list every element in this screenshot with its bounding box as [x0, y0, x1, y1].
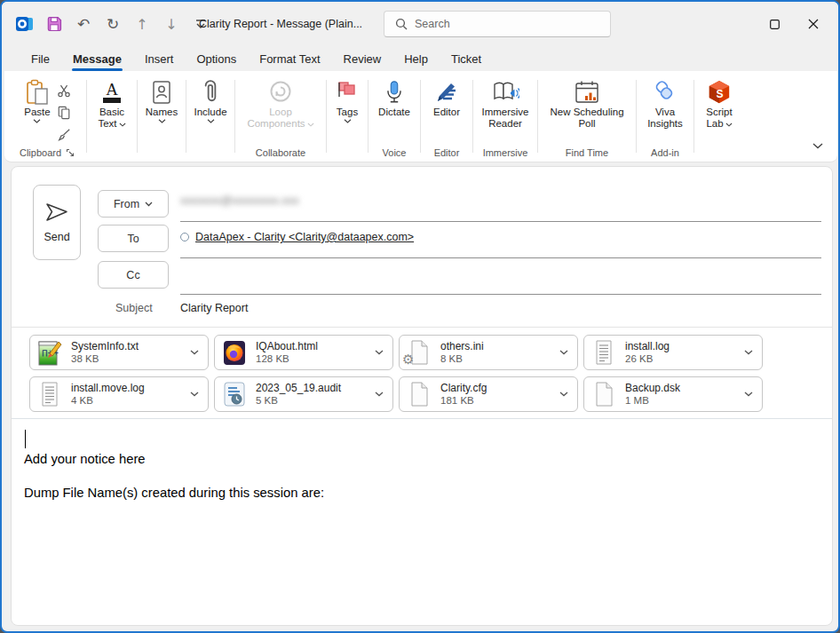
ribbon-group-collaborate: Loop Components Collaborate [235, 73, 326, 162]
ribbon-group-include: Include [186, 73, 234, 162]
chevron-down-icon[interactable] [559, 392, 568, 397]
subject-value[interactable]: Clarity Report [180, 302, 248, 314]
tab-ticket[interactable]: Ticket [440, 46, 493, 71]
tab-options[interactable]: Options [185, 46, 248, 71]
include-button[interactable]: Include [191, 76, 229, 125]
tab-insert[interactable]: Insert [133, 46, 186, 71]
close-button[interactable] [794, 6, 833, 42]
attachment-size: 5 KB [256, 394, 341, 407]
tab-review[interactable]: Review [332, 46, 393, 71]
settings-file-icon: ⚙ [406, 338, 432, 367]
ribbon-group-find-time: New Scheduling Poll Find Time [538, 73, 636, 162]
copy-icon[interactable] [55, 104, 73, 121]
collapse-ribbon-icon[interactable] [812, 137, 823, 153]
attachment-card[interactable]: Clarity.cfg 181 KB [399, 376, 578, 412]
attachment-name: install.log [625, 340, 670, 352]
names-button[interactable]: Names [143, 76, 180, 125]
redo-icon[interactable]: ↻ [102, 12, 123, 36]
ribbon-group-basic-text: A Basic Text [87, 73, 137, 162]
send-icon [45, 202, 68, 222]
collaborate-group-label: Collaborate [256, 147, 305, 158]
attachment-size: 1 MB [625, 394, 680, 407]
body-text[interactable]: Dump File Name(s) created during this se… [24, 486, 324, 500]
to-recipient[interactable]: DataApex - Clarity <Clarity@dataapex.com… [180, 231, 414, 243]
move-down-icon[interactable]: ↓ [161, 12, 182, 36]
attachment-name: Clarity.cfg [440, 382, 487, 394]
from-button[interactable]: From [98, 190, 169, 218]
attachment-card[interactable]: IQAbout.html 128 KB [214, 335, 393, 370]
cc-button[interactable]: Cc [98, 261, 169, 289]
paste-icon [25, 78, 50, 107]
compose-pane: Send From To Cc xxxxxxx@xxxxxxxx.xxx Dat… [11, 166, 833, 626]
attachment-card[interactable]: install.move.log 4 KB [29, 376, 209, 412]
basic-text-icon: A [99, 78, 124, 107]
save-icon[interactable] [44, 12, 65, 36]
attachment-card[interactable]: 2023_05_19.audit 5 KB [214, 376, 393, 412]
format-painter-icon[interactable] [55, 126, 73, 143]
from-value-redacted: xxxxxxx@xxxxxxxx.xxx [180, 194, 299, 207]
basic-text-button[interactable]: A Basic Text [90, 76, 134, 131]
to-button[interactable]: To [98, 225, 169, 252]
titlebar: ↶ ↻ ↑ ↓ Clarity Report - Message (Plain.… [2, 2, 838, 46]
to-field-line[interactable] [180, 257, 821, 258]
tab-format-text[interactable]: Format Text [248, 46, 331, 71]
tab-message[interactable]: Message [61, 46, 133, 71]
new-scheduling-poll-button[interactable]: New Scheduling Poll [538, 76, 636, 131]
chevron-down-icon[interactable] [190, 392, 199, 397]
immersive-reader-button[interactable]: Immersive Reader [474, 76, 536, 131]
ribbon-tabs: File Message Insert Options Format Text … [2, 46, 838, 71]
undo-icon[interactable]: ↶ [73, 12, 94, 36]
attachment-size: 38 KB [71, 352, 139, 365]
viva-insights-button[interactable]: Viva Insights [639, 76, 691, 131]
editor-button[interactable]: Editor [431, 76, 463, 120]
immersive-reader-icon [491, 78, 519, 107]
attachment-size: 26 KB [625, 352, 670, 365]
notepadpp-file-icon: ∏++ [36, 338, 63, 367]
body-text[interactable]: Add your notice here [24, 452, 146, 466]
tab-file[interactable]: File [20, 46, 61, 71]
maximize-button[interactable] [755, 6, 794, 42]
tags-button[interactable]: Tags [333, 76, 361, 125]
chevron-down-icon[interactable] [190, 350, 199, 355]
address-book-icon [150, 78, 173, 107]
dictate-button[interactable]: Dictate [376, 76, 413, 120]
chevron-down-icon[interactable] [744, 350, 753, 355]
move-up-icon[interactable]: ↑ [131, 12, 153, 36]
send-button[interactable]: Send [33, 185, 81, 260]
ribbon-group-clipboard: Paste [8, 73, 86, 162]
cc-field-line[interactable] [180, 294, 821, 295]
outlook-app-icon [14, 12, 36, 36]
tab-help[interactable]: Help [392, 46, 440, 71]
chevron-down-icon[interactable] [744, 392, 753, 397]
script-lab-button[interactable]: S Script Lab [697, 76, 741, 131]
attachment-card[interactable]: install.log 26 KB [583, 335, 763, 370]
attachment-card[interactable]: ∏++ SystemInfo.txt 38 KB [29, 335, 209, 370]
search-input[interactable]: Search [384, 11, 611, 37]
quick-access-toolbar: ↶ ↻ ↑ ↓ [14, 12, 211, 36]
attachments-separator-top [12, 327, 832, 328]
addin-group-label: Add-in [651, 147, 679, 158]
attachment-name: IQAbout.html [256, 340, 318, 352]
presence-indicator-icon [180, 233, 189, 241]
attachments-area: ∏++ SystemInfo.txt 38 KB [29, 335, 763, 412]
chevron-down-icon[interactable] [375, 350, 384, 355]
find-time-group-label: Find Time [566, 147, 608, 158]
window-title: Clarity Report - Message (Plain... [199, 18, 362, 30]
attachment-card[interactable]: Backup.dsk 1 MB [583, 376, 763, 412]
window-controls [755, 2, 833, 46]
chevron-down-icon[interactable] [559, 350, 568, 355]
microphone-icon [382, 78, 407, 107]
cut-icon[interactable] [55, 82, 73, 99]
clipboard-group-label: Clipboard [20, 147, 61, 158]
firefox-file-icon [221, 338, 248, 367]
chevron-down-icon[interactable] [375, 392, 384, 397]
attachment-size: 4 KB [71, 394, 145, 407]
ribbon-group-names: Names [138, 73, 186, 162]
paste-button[interactable]: Paste [21, 76, 52, 125]
dialog-launcher-icon[interactable] [66, 148, 75, 157]
from-field-line[interactable] [180, 221, 821, 222]
attachment-name: others.ini [440, 340, 484, 352]
recipient-link[interactable]: DataApex - Clarity <Clarity@dataapex.com… [195, 231, 414, 243]
immersive-group-label: Immersive [483, 147, 528, 158]
attachment-card[interactable]: ⚙ others.ini 8 KB [399, 335, 578, 370]
